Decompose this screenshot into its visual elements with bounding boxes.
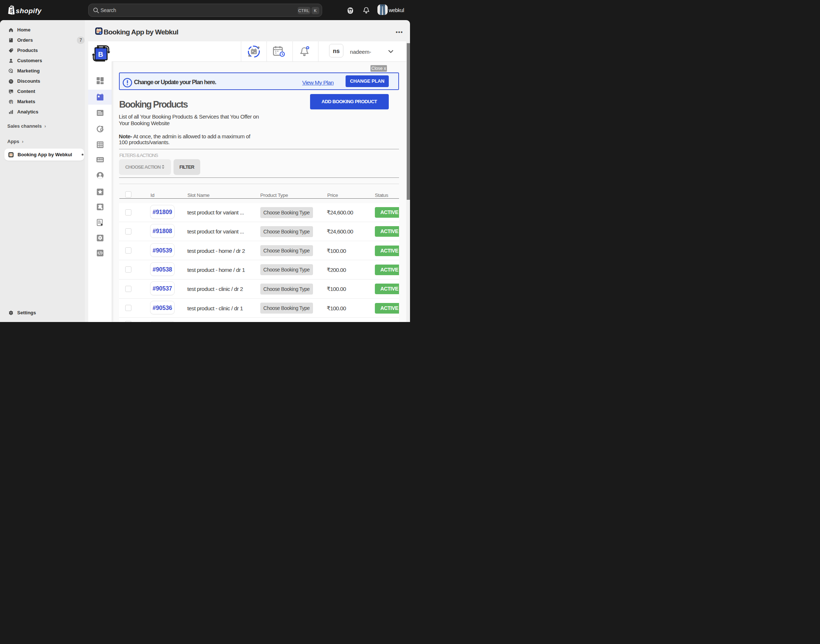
svg-text:shopify: shopify (16, 7, 42, 15)
svg-text:B: B (98, 51, 103, 58)
svg-text:S: S (10, 8, 13, 14)
svg-text:$: $ (12, 101, 13, 104)
